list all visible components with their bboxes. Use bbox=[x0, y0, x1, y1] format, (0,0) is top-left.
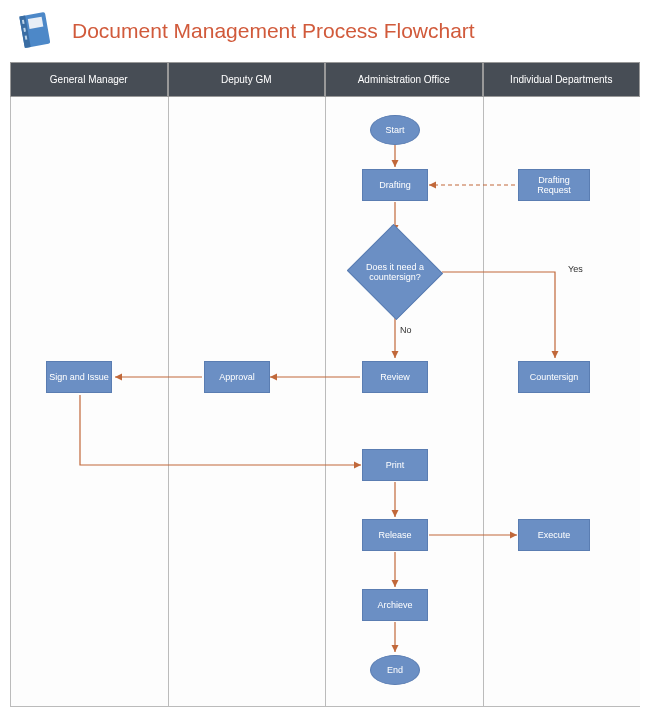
node-release: Release bbox=[362, 519, 428, 551]
node-drafting: Drafting bbox=[362, 169, 428, 201]
node-execute: Execute bbox=[518, 519, 590, 551]
lane-header-admin: Administration Office bbox=[325, 62, 483, 97]
edge-label-yes: Yes bbox=[568, 264, 583, 274]
node-decision: Does it need a countersign? bbox=[345, 225, 445, 319]
header: Document Management Process Flowchart bbox=[0, 0, 650, 62]
lane-dgm bbox=[168, 97, 326, 707]
edge-label-no: No bbox=[400, 325, 412, 335]
lane-header-gm: General Manager bbox=[10, 62, 168, 97]
node-review: Review bbox=[362, 361, 428, 393]
swimlane-headers: General Manager Deputy GM Administration… bbox=[10, 62, 640, 97]
swimlane-body: Start Drafting Drafting Request Does it … bbox=[10, 97, 640, 707]
node-approval: Approval bbox=[204, 361, 270, 393]
lane-header-dept: Individual Departments bbox=[483, 62, 641, 97]
booklet-icon bbox=[12, 8, 58, 54]
node-decision-text: Does it need a countersign? bbox=[347, 262, 443, 282]
node-print: Print bbox=[362, 449, 428, 481]
page-title: Document Management Process Flowchart bbox=[72, 19, 475, 43]
node-end: End bbox=[370, 655, 420, 685]
node-start: Start bbox=[370, 115, 420, 145]
node-archive: Archieve bbox=[362, 589, 428, 621]
lane-gm bbox=[10, 97, 168, 707]
node-countersign: Countersign bbox=[518, 361, 590, 393]
lane-header-dgm: Deputy GM bbox=[168, 62, 326, 97]
node-sign-issue: Sign and Issue bbox=[46, 361, 112, 393]
node-drafting-request: Drafting Request bbox=[518, 169, 590, 201]
